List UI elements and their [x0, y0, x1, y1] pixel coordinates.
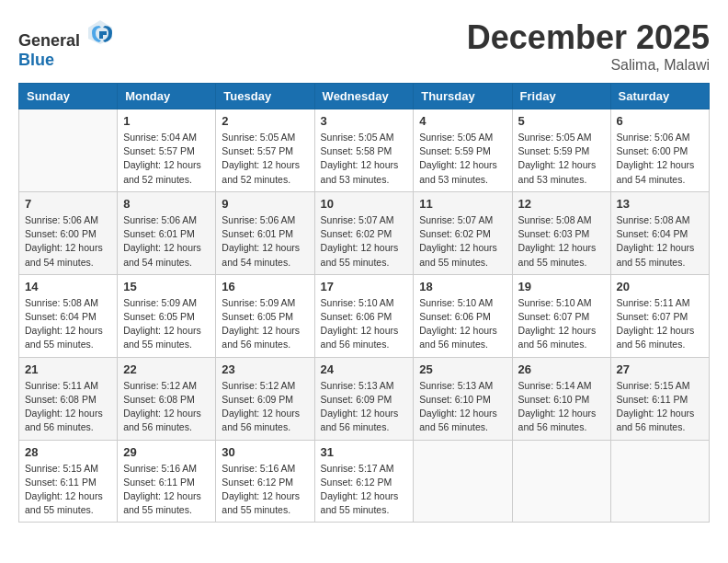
calendar-cell: 17Sunrise: 5:10 AM Sunset: 6:06 PM Dayli… — [314, 274, 414, 357]
day-number: 1 — [123, 114, 210, 128]
day-info: Sunrise: 5:13 AM Sunset: 6:09 PM Dayligh… — [321, 379, 408, 435]
day-info: Sunrise: 5:05 AM Sunset: 5:57 PM Dayligh… — [222, 131, 308, 187]
day-info: Sunrise: 5:09 AM Sunset: 6:05 PM Dayligh… — [123, 296, 210, 352]
calendar-week-row: 14Sunrise: 5:08 AM Sunset: 6:04 PM Dayli… — [19, 274, 710, 357]
day-info: Sunrise: 5:16 AM Sunset: 6:12 PM Dayligh… — [222, 462, 308, 518]
calendar-cell — [610, 440, 709, 523]
calendar-cell: 5Sunrise: 5:05 AM Sunset: 5:59 PM Daylig… — [512, 109, 610, 192]
calendar-cell: 21Sunrise: 5:11 AM Sunset: 6:08 PM Dayli… — [19, 357, 118, 440]
column-header-friday: Friday — [512, 84, 610, 109]
calendar-cell: 3Sunrise: 5:05 AM Sunset: 5:58 PM Daylig… — [314, 109, 414, 192]
column-header-saturday: Saturday — [610, 84, 709, 109]
day-info: Sunrise: 5:06 AM Sunset: 6:00 PM Dayligh… — [617, 131, 703, 187]
calendar-cell: 4Sunrise: 5:05 AM Sunset: 5:59 PM Daylig… — [414, 109, 512, 192]
calendar-cell: 6Sunrise: 5:06 AM Sunset: 6:00 PM Daylig… — [610, 109, 709, 192]
day-info: Sunrise: 5:08 AM Sunset: 6:03 PM Dayligh… — [518, 213, 605, 270]
calendar-week-row: 21Sunrise: 5:11 AM Sunset: 6:08 PM Dayli… — [19, 357, 710, 440]
calendar-cell: 1Sunrise: 5:04 AM Sunset: 5:57 PM Daylig… — [118, 109, 216, 192]
day-number: 3 — [321, 114, 408, 128]
day-info: Sunrise: 5:17 AM Sunset: 6:12 PM Dayligh… — [321, 462, 408, 518]
calendar-cell: 26Sunrise: 5:14 AM Sunset: 6:10 PM Dayli… — [512, 357, 610, 440]
day-number: 27 — [617, 362, 703, 376]
day-number: 9 — [222, 197, 308, 211]
calendar-cell: 10Sunrise: 5:07 AM Sunset: 6:02 PM Dayli… — [314, 191, 414, 274]
calendar-cell — [19, 109, 118, 192]
calendar-week-row: 1Sunrise: 5:04 AM Sunset: 5:57 PM Daylig… — [19, 109, 710, 192]
day-info: Sunrise: 5:15 AM Sunset: 6:11 PM Dayligh… — [25, 462, 111, 518]
day-info: Sunrise: 5:06 AM Sunset: 6:01 PM Dayligh… — [222, 213, 308, 270]
day-info: Sunrise: 5:06 AM Sunset: 6:01 PM Dayligh… — [123, 213, 210, 270]
column-header-tuesday: Tuesday — [216, 84, 314, 109]
title-area: December 2025 Salima, Malawi — [467, 18, 710, 74]
column-header-monday: Monday — [118, 84, 216, 109]
calendar-cell: 31Sunrise: 5:17 AM Sunset: 6:12 PM Dayli… — [314, 440, 414, 523]
calendar-table: SundayMondayTuesdayWednesdayThursdayFrid… — [18, 83, 710, 523]
day-number: 11 — [419, 197, 506, 211]
month-title: December 2025 — [467, 18, 710, 57]
calendar-cell: 18Sunrise: 5:10 AM Sunset: 6:06 PM Dayli… — [414, 274, 512, 357]
day-info: Sunrise: 5:15 AM Sunset: 6:11 PM Dayligh… — [617, 379, 703, 435]
calendar-cell: 7Sunrise: 5:06 AM Sunset: 6:00 PM Daylig… — [19, 191, 118, 274]
day-number: 22 — [123, 362, 210, 376]
calendar-cell: 22Sunrise: 5:12 AM Sunset: 6:08 PM Dayli… — [118, 357, 216, 440]
day-info: Sunrise: 5:11 AM Sunset: 6:08 PM Dayligh… — [25, 379, 111, 435]
calendar-cell — [512, 440, 610, 523]
calendar-cell: 28Sunrise: 5:15 AM Sunset: 6:11 PM Dayli… — [19, 440, 118, 523]
day-info: Sunrise: 5:14 AM Sunset: 6:10 PM Dayligh… — [518, 379, 605, 435]
calendar-cell: 23Sunrise: 5:12 AM Sunset: 6:09 PM Dayli… — [216, 357, 314, 440]
day-number: 31 — [321, 445, 408, 459]
calendar-cell: 25Sunrise: 5:13 AM Sunset: 6:10 PM Dayli… — [414, 357, 512, 440]
day-info: Sunrise: 5:07 AM Sunset: 6:02 PM Dayligh… — [419, 213, 506, 270]
day-number: 17 — [321, 280, 408, 293]
calendar-cell: 27Sunrise: 5:15 AM Sunset: 6:11 PM Dayli… — [610, 357, 709, 440]
day-info: Sunrise: 5:05 AM Sunset: 5:59 PM Dayligh… — [518, 131, 605, 187]
day-info: Sunrise: 5:16 AM Sunset: 6:11 PM Dayligh… — [123, 462, 210, 518]
column-header-wednesday: Wednesday — [314, 84, 414, 109]
day-number: 14 — [25, 280, 111, 293]
calendar-cell: 12Sunrise: 5:08 AM Sunset: 6:03 PM Dayli… — [512, 191, 610, 274]
day-info: Sunrise: 5:12 AM Sunset: 6:08 PM Dayligh… — [123, 379, 210, 435]
calendar-cell: 15Sunrise: 5:09 AM Sunset: 6:05 PM Dayli… — [118, 274, 216, 357]
day-number: 4 — [419, 114, 506, 128]
calendar-cell: 13Sunrise: 5:08 AM Sunset: 6:04 PM Dayli… — [610, 191, 709, 274]
calendar-cell: 9Sunrise: 5:06 AM Sunset: 6:01 PM Daylig… — [216, 191, 314, 274]
day-number: 29 — [123, 445, 210, 459]
calendar-cell: 14Sunrise: 5:08 AM Sunset: 6:04 PM Dayli… — [19, 274, 118, 357]
calendar-cell: 8Sunrise: 5:06 AM Sunset: 6:01 PM Daylig… — [118, 191, 216, 274]
day-info: Sunrise: 5:10 AM Sunset: 6:07 PM Dayligh… — [518, 296, 605, 352]
day-info: Sunrise: 5:12 AM Sunset: 6:09 PM Dayligh… — [222, 379, 308, 435]
logo-general: General — [18, 31, 80, 50]
day-number: 16 — [222, 280, 308, 293]
calendar-week-row: 7Sunrise: 5:06 AM Sunset: 6:00 PM Daylig… — [19, 191, 710, 274]
day-number: 6 — [617, 114, 703, 128]
calendar-cell: 29Sunrise: 5:16 AM Sunset: 6:11 PM Dayli… — [118, 440, 216, 523]
calendar-cell — [414, 440, 512, 523]
calendar-cell: 2Sunrise: 5:05 AM Sunset: 5:57 PM Daylig… — [216, 109, 314, 192]
day-info: Sunrise: 5:10 AM Sunset: 6:06 PM Dayligh… — [321, 296, 408, 352]
day-number: 25 — [419, 362, 506, 376]
calendar-cell: 11Sunrise: 5:07 AM Sunset: 6:02 PM Dayli… — [414, 191, 512, 274]
day-info: Sunrise: 5:13 AM Sunset: 6:10 PM Dayligh… — [419, 379, 506, 435]
day-info: Sunrise: 5:06 AM Sunset: 6:00 PM Dayligh… — [25, 213, 111, 270]
day-number: 26 — [518, 362, 605, 376]
day-info: Sunrise: 5:08 AM Sunset: 6:04 PM Dayligh… — [25, 296, 111, 352]
day-number: 19 — [518, 280, 605, 293]
calendar-cell: 24Sunrise: 5:13 AM Sunset: 6:09 PM Dayli… — [314, 357, 414, 440]
calendar-header-row: SundayMondayTuesdayWednesdayThursdayFrid… — [19, 84, 710, 109]
calendar-cell: 16Sunrise: 5:09 AM Sunset: 6:05 PM Dayli… — [216, 274, 314, 357]
day-info: Sunrise: 5:10 AM Sunset: 6:06 PM Dayligh… — [419, 296, 506, 352]
logo: General Blue — [18, 18, 114, 70]
day-number: 20 — [617, 280, 703, 293]
day-number: 23 — [222, 362, 308, 376]
day-number: 12 — [518, 197, 605, 211]
column-header-sunday: Sunday — [19, 84, 118, 109]
day-number: 24 — [321, 362, 408, 376]
day-number: 8 — [123, 197, 210, 211]
day-number: 30 — [222, 445, 308, 459]
day-number: 7 — [25, 197, 111, 211]
day-number: 10 — [321, 197, 408, 211]
day-number: 28 — [25, 445, 111, 459]
day-info: Sunrise: 5:05 AM Sunset: 5:58 PM Dayligh… — [321, 131, 408, 187]
page-header: General Blue December 2025 Salima, Malaw… — [18, 18, 710, 74]
day-number: 13 — [617, 197, 703, 211]
